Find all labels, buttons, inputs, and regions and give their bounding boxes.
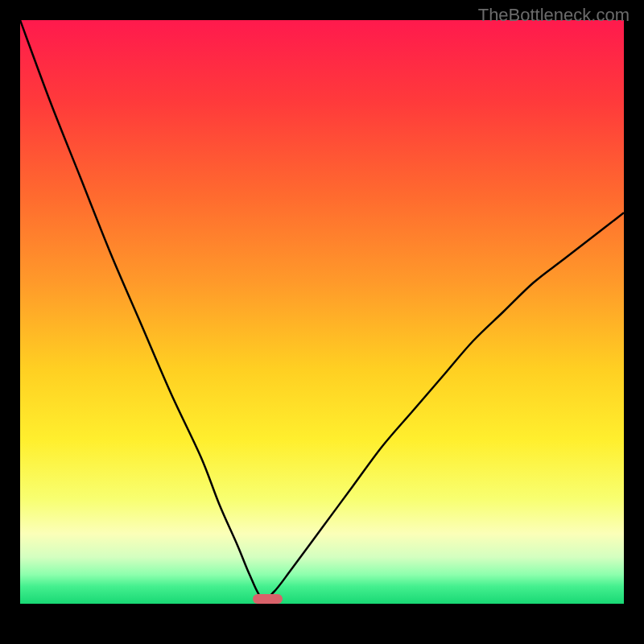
plot-area xyxy=(20,20,624,604)
bottleneck-curve xyxy=(20,20,624,599)
watermark-text: TheBottleneck.com xyxy=(478,5,630,26)
optimal-range-marker xyxy=(253,594,283,604)
x-axis-area xyxy=(20,604,624,624)
curve-layer xyxy=(20,20,624,604)
